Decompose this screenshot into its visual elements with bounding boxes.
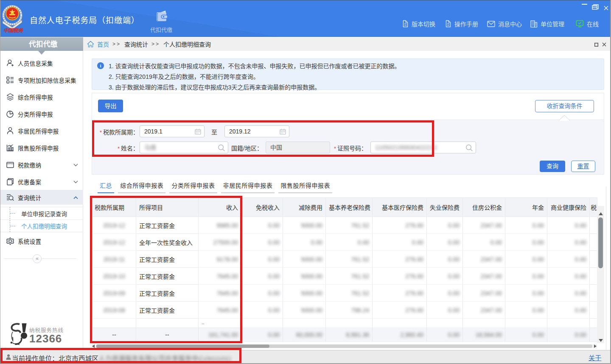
svg-text:中国税务: 中国税务 (3, 28, 23, 33)
